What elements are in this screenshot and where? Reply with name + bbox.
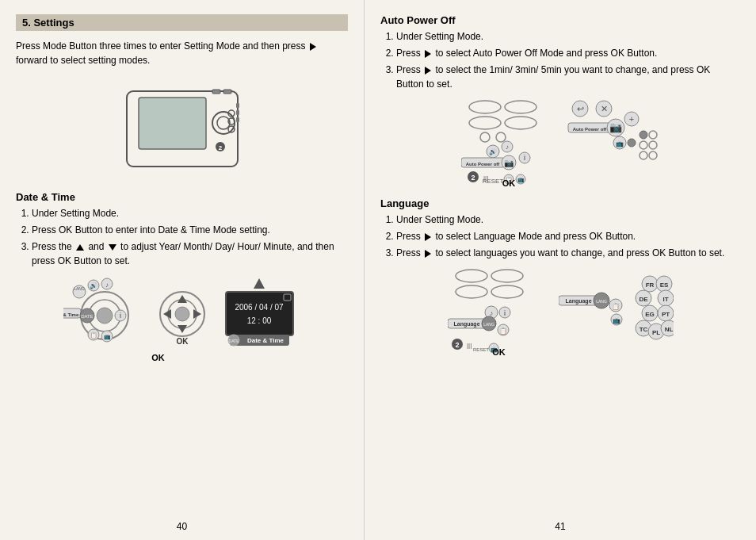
svg-text:Date & Time: Date & Time — [246, 337, 284, 344]
date-time-section: Date & Time Under Setting Mode. Press OK… — [16, 191, 348, 268]
svg-text:📺: 📺 — [103, 333, 110, 340]
section-header: 5. Settings — [16, 14, 348, 31]
play-icon — [425, 50, 431, 58]
svg-text:♪: ♪ — [489, 309, 493, 317]
auto-power-off-diagram: 🔊 ♪ Auto Power off 📷 i 2 — [380, 98, 740, 188]
svg-text:FR: FR — [645, 281, 654, 289]
right-page: Auto Power Off Under Setting Mode. Press… — [365, 0, 756, 540]
play-icon — [310, 43, 316, 51]
auto-power-off-list: Under Setting Mode. Press to select Auto… — [380, 29, 740, 91]
svg-text:LANG: LANG — [483, 322, 494, 327]
page-number-right: 41 — [555, 521, 565, 532]
svg-text:📋: 📋 — [90, 331, 97, 339]
svg-text:♪: ♪ — [105, 281, 109, 289]
svg-text:📺: 📺 — [613, 316, 620, 324]
ok-label: OK — [502, 178, 516, 188]
svg-point-95 — [456, 285, 487, 298]
ok-label-lang: OK — [492, 347, 506, 357]
svg-rect-4 — [212, 90, 220, 94]
date-time-title: Date & Time — [16, 191, 348, 203]
svg-rect-11 — [236, 103, 239, 108]
svg-text:i: i — [504, 309, 506, 317]
svg-text:RESET: RESET — [483, 178, 504, 185]
left-diagram-group: 🔊 ♪ Auto Power off 📷 i 2 — [461, 98, 556, 188]
list-item: Under Setting Mode. — [396, 29, 740, 44]
svg-text:2006 / 04 / 07: 2006 / 04 / 07 — [235, 303, 284, 312]
svg-point-94 — [491, 270, 523, 282]
date-time-list: Under Setting Mode. Press OK Button to e… — [16, 206, 348, 268]
svg-text:🔊: 🔊 — [90, 281, 97, 289]
svg-text:Language: Language — [453, 321, 479, 327]
svg-text:RESET: RESET — [472, 347, 488, 352]
svg-text:LANG: LANG — [596, 299, 607, 304]
auto-power-left-svg: 🔊 ♪ Auto Power off 📷 i 2 — [461, 98, 556, 185]
language-right-svg: Language LANG 📋 FR ES DE IT — [559, 268, 674, 355]
svg-text:Auto Power off: Auto Power off — [466, 162, 501, 167]
down-arrow-icon — [109, 244, 116, 251]
svg-point-88 — [640, 151, 647, 159]
svg-text:IT: IT — [662, 296, 668, 303]
play-icon — [425, 67, 431, 75]
language-list: Under Setting Mode. Press to select Lang… — [380, 213, 740, 260]
date-time-wheel-svg: LANG 🔊 ♪ Date & Time DATE i 📋 — [63, 274, 147, 350]
svg-text:ES: ES — [659, 281, 668, 289]
list-item: Press to select Language Mode and press … — [396, 229, 740, 243]
play-icon — [425, 233, 431, 241]
svg-text:+: + — [629, 114, 634, 124]
svg-text:EG: EG — [645, 311, 655, 318]
svg-point-35 — [175, 307, 189, 321]
list-item: Press to select languages you want to ch… — [396, 246, 740, 260]
list-item: Press the and to adjust Year/ Month/ Day… — [32, 239, 348, 268]
left-page: 5. Settings Press Mode Button three time… — [0, 0, 365, 540]
list-item: Under Setting Mode. — [32, 206, 348, 220]
language-left-svg: ♪ i Language LANG 📋 2 — [448, 266, 551, 354]
datetime-screen-svg: 2006 / 04 / 07 12 : 00 DATE Date & Time — [218, 274, 301, 350]
page-number-left: 40 — [177, 521, 187, 532]
language-diagram: ♪ i Language LANG 📋 2 — [380, 266, 740, 357]
svg-text:🔊: 🔊 — [489, 147, 497, 155]
svg-point-89 — [649, 151, 657, 159]
intro-text: Press Mode Button three times to enter S… — [16, 39, 348, 67]
svg-text:2: 2 — [455, 341, 459, 349]
svg-point-85 — [649, 131, 657, 139]
svg-rect-12 — [236, 110, 239, 115]
svg-text:✕: ✕ — [601, 104, 608, 113]
svg-text:📋: 📋 — [612, 302, 620, 310]
list-item: Press to select the 1min/ 3min/ 5min you… — [396, 63, 740, 91]
svg-text:📷: 📷 — [609, 121, 623, 134]
svg-marker-39 — [193, 309, 201, 319]
svg-point-55 — [496, 132, 506, 142]
svg-text:♪: ♪ — [506, 144, 509, 151]
svg-point-16 — [97, 308, 113, 324]
auto-power-off-section: Auto Power Off Under Setting Mode. Press… — [380, 14, 740, 91]
camera-diagram: 2 — [16, 75, 348, 178]
svg-text:i: i — [524, 154, 525, 162]
svg-text:LANG: LANG — [74, 286, 85, 291]
svg-text:↩: ↩ — [577, 104, 584, 113]
svg-text:NL: NL — [664, 326, 673, 333]
svg-marker-36 — [178, 295, 187, 303]
svg-rect-13 — [236, 117, 239, 122]
updown-wheel-svg: OK — [155, 274, 210, 350]
language-section: Language Under Setting Mode. Press to se… — [380, 197, 740, 260]
svg-text:Date & Time: Date & Time — [63, 312, 79, 317]
manual-page: 5. Settings Press Mode Button three time… — [0, 0, 756, 540]
svg-text:DATE: DATE — [228, 339, 239, 343]
svg-text:📺: 📺 — [517, 176, 525, 183]
up-arrow-icon — [76, 244, 84, 251]
svg-text:📺: 📺 — [616, 140, 624, 147]
lang-left-group: ♪ i Language LANG 📋 2 — [448, 266, 551, 357]
svg-text:i: i — [120, 312, 121, 320]
svg-text:DATE: DATE — [81, 314, 94, 319]
svg-point-52 — [469, 117, 501, 129]
svg-point-3 — [217, 117, 230, 129]
svg-marker-38 — [163, 309, 171, 319]
svg-text:PT: PT — [661, 311, 669, 318]
svg-rect-5 — [223, 90, 231, 94]
svg-point-86 — [640, 141, 647, 149]
svg-rect-42 — [226, 292, 293, 335]
svg-point-51 — [505, 101, 536, 113]
svg-point-84 — [640, 131, 647, 139]
svg-rect-1 — [139, 98, 206, 149]
svg-marker-41 — [254, 278, 265, 289]
